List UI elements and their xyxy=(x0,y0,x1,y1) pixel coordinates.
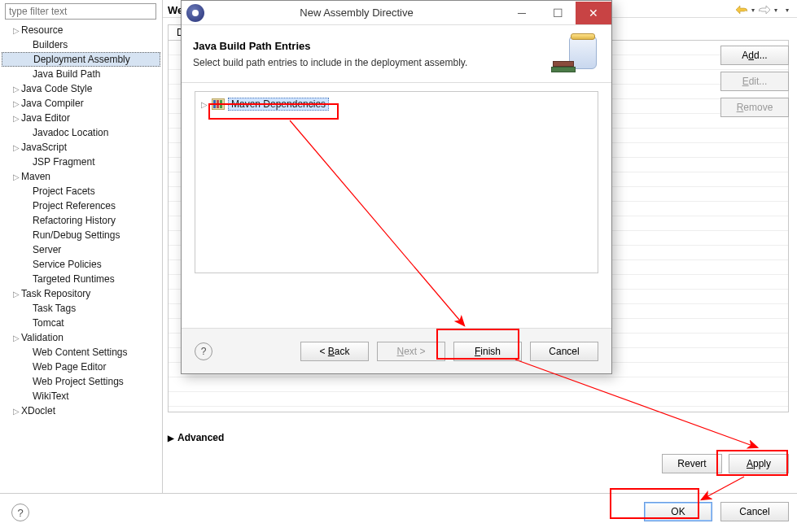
nav-forward-menu-icon[interactable]: ▾ xyxy=(773,3,779,16)
tree-item-label: Javadoc Location xyxy=(33,127,108,138)
tree-item[interactable]: Builders xyxy=(2,37,160,52)
chevron-right-icon: ▷ xyxy=(13,99,20,108)
build-path-tree[interactable]: ▷ Maven Dependencies xyxy=(195,91,598,273)
chevron-right-icon: ▷ xyxy=(13,407,20,416)
tree-item-label: Maven xyxy=(21,171,50,182)
chevron-right-icon: ▷ xyxy=(13,143,20,152)
tree-item-label: Targeted Runtimes xyxy=(33,273,115,285)
remove-button: Remove xyxy=(720,98,789,117)
tree-item-label: Refactoring History xyxy=(33,215,116,226)
chevron-right-icon: ▷ xyxy=(13,114,20,123)
dialog-titlebar[interactable]: New Assembly Directive ─ ☐ ✕ xyxy=(182,1,611,25)
tree-item-label: Task Tags xyxy=(33,303,76,314)
footer-button-group: OK Cancel xyxy=(644,502,789,521)
tree-item[interactable]: Web Content Settings xyxy=(2,345,160,360)
properties-footer: ? OK Cancel xyxy=(0,493,797,532)
filter-input[interactable] xyxy=(5,3,156,20)
tree-item-label: Web Page Editor xyxy=(33,361,107,373)
ok-button[interactable]: OK xyxy=(644,502,712,521)
nav-arrows: ▾ ▾ ▾ xyxy=(735,3,790,16)
tree-item-label: Service Policies xyxy=(33,259,102,270)
cancel-button[interactable]: Cancel xyxy=(720,502,789,521)
chevron-right-icon: ▷ xyxy=(13,172,20,181)
tree-item-label: WikiText xyxy=(33,390,69,402)
tree-item-label: Server xyxy=(33,244,61,255)
chevron-right-icon: ▷ xyxy=(200,100,208,109)
dialog-body: ▷ Maven Dependencies xyxy=(182,83,611,281)
dialog-help-icon[interactable]: ? xyxy=(195,342,212,360)
dialog-button-group: < Back Next > Finish Cancel xyxy=(212,342,598,361)
properties-tree[interactable]: ▷ResourceBuildersDeployment AssemblyJava… xyxy=(2,23,160,418)
new-assembly-directive-dialog: New Assembly Directive ─ ☐ ✕ Java Build … xyxy=(181,0,612,374)
tree-item[interactable]: Run/Debug Settings xyxy=(2,228,160,242)
tree-item[interactable]: ▷Java Compiler xyxy=(2,96,160,111)
dialog-header: Java Build Path Entries Select build pat… xyxy=(182,25,611,83)
add-button[interactable]: Add... xyxy=(720,46,789,65)
tree-item-label: Project References xyxy=(33,200,116,211)
tree-item-label: JSP Fragment xyxy=(33,156,94,168)
apply-button[interactable]: Apply xyxy=(729,454,789,473)
help-icon[interactable]: ? xyxy=(11,504,29,521)
tree-item-label: Resource xyxy=(21,24,63,36)
tree-item[interactable]: Project Facets xyxy=(2,184,160,198)
table-row xyxy=(169,392,788,407)
tree-item[interactable]: Deployment Assembly xyxy=(2,52,160,67)
tree-item[interactable]: ▷Java Code Style xyxy=(2,81,160,96)
close-button[interactable]: ✕ xyxy=(576,2,611,24)
nav-back-menu-icon[interactable]: ▾ xyxy=(750,3,756,16)
tree-item-label: Java Editor xyxy=(21,112,70,124)
nav-forward-icon[interactable] xyxy=(758,3,771,16)
tree-item[interactable]: Java Build Path xyxy=(2,67,160,81)
tree-item-label: Web Project Settings xyxy=(33,376,124,387)
dialog-head-title: Java Build Path Entries xyxy=(193,40,551,52)
tree-item-label: Deployment Assembly xyxy=(33,54,130,65)
chevron-right-icon: ▷ xyxy=(13,26,20,35)
tree-item[interactable]: Web Project Settings xyxy=(2,374,160,389)
tree-item[interactable]: Refactoring History xyxy=(2,213,160,228)
tree-item-label: Java Build Path xyxy=(33,68,100,80)
chevron-right-icon: ▶ xyxy=(168,434,174,443)
dialog-cancel-button[interactable]: Cancel xyxy=(530,342,598,361)
edit-button: Edit... xyxy=(720,72,789,91)
revert-button[interactable]: Revert xyxy=(662,454,722,473)
maximize-button[interactable]: ☐ xyxy=(540,2,576,24)
tree-item[interactable]: WikiText xyxy=(2,389,160,403)
library-icon xyxy=(212,98,225,110)
next-button: Next > xyxy=(377,342,445,361)
tree-item-label: Task Repository xyxy=(21,288,90,299)
tree-item[interactable]: Targeted Runtimes xyxy=(2,272,160,286)
tree-item-label: Run/Debug Settings xyxy=(33,229,120,241)
tree-item[interactable]: Service Policies xyxy=(2,257,160,272)
tree-item[interactable]: ▷XDoclet xyxy=(2,403,160,418)
side-button-group: Add... Edit... Remove xyxy=(720,46,789,117)
tree-item[interactable]: ▷Resource xyxy=(2,23,160,37)
finish-button[interactable]: Finish xyxy=(453,342,522,361)
dialog-title: New Assembly Directive xyxy=(209,7,504,19)
tree-item[interactable]: Tomcat xyxy=(2,316,160,330)
tree-item[interactable]: JSP Fragment xyxy=(2,155,160,169)
advanced-section[interactable]: ▶ Advanced xyxy=(168,432,224,443)
back-button[interactable]: < Back xyxy=(300,342,369,361)
tree-item[interactable]: ▷Java Editor xyxy=(2,111,160,125)
tree-item[interactable]: ▷Task Repository xyxy=(2,286,160,301)
tree-item-label: JavaScript xyxy=(21,142,67,153)
chevron-right-icon: ▷ xyxy=(13,334,20,342)
tree-item[interactable]: Project References xyxy=(2,198,160,213)
window-controls: ─ ☐ ✕ xyxy=(504,2,611,24)
nav-back-icon[interactable] xyxy=(735,3,748,16)
advanced-label: Advanced xyxy=(177,432,224,443)
tree-item[interactable]: ▷Maven xyxy=(2,169,160,184)
tree-item[interactable]: Server xyxy=(2,242,160,257)
tree-item[interactable]: ▷JavaScript xyxy=(2,140,160,155)
tree-item[interactable]: Web Page Editor xyxy=(2,360,160,374)
tree-item[interactable]: Javadoc Location xyxy=(2,125,160,140)
tree-item-label: Maven Dependencies xyxy=(228,98,329,111)
minimize-button[interactable]: ─ xyxy=(504,2,540,24)
dialog-app-icon xyxy=(186,4,204,22)
tree-item[interactable]: Task Tags xyxy=(2,301,160,316)
tree-item-label: Project Facets xyxy=(33,185,95,197)
tree-item-maven-deps[interactable]: ▷ Maven Dependencies xyxy=(200,97,593,111)
tree-item-label: Java Compiler xyxy=(21,98,84,109)
tree-item[interactable]: ▷Validation xyxy=(2,330,160,345)
view-menu-icon[interactable]: ▾ xyxy=(784,3,790,16)
